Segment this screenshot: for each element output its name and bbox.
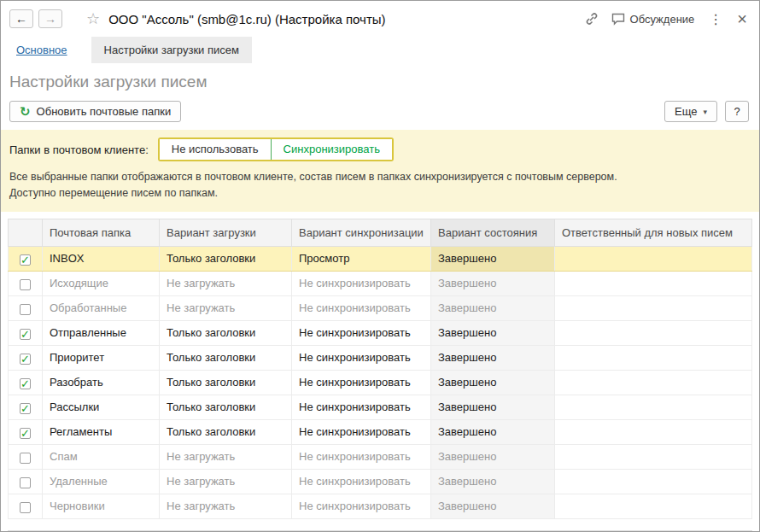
- cell-load[interactable]: Только заголовки: [160, 370, 292, 395]
- kebab-menu-icon[interactable]: ⋮: [707, 11, 724, 27]
- cell-responsible[interactable]: [555, 246, 752, 271]
- checkbox-checked-icon[interactable]: ✓: [20, 329, 31, 340]
- cell-state[interactable]: Завершено: [431, 395, 555, 419]
- header-load-variant[interactable]: Вариант загрузки: [160, 219, 292, 246]
- row-checkbox-cell: [9, 295, 43, 320]
- checkbox-unchecked-icon[interactable]: [20, 477, 31, 488]
- cell-folder[interactable]: Удаленные: [43, 469, 160, 494]
- table-row[interactable]: ✓ПриоритетТолько заголовкиНе синхронизир…: [9, 345, 752, 370]
- cell-state[interactable]: Завершено: [431, 370, 555, 395]
- cell-load[interactable]: Только заголовки: [160, 320, 292, 345]
- checkbox-unchecked-icon[interactable]: [20, 502, 31, 513]
- cell-folder[interactable]: Приоритет: [43, 345, 160, 370]
- cell-load[interactable]: Не загружать: [160, 469, 292, 494]
- cell-state[interactable]: Завершено: [431, 320, 555, 345]
- cell-state[interactable]: Завершено: [431, 295, 555, 320]
- header-state-variant[interactable]: Вариант состояния: [431, 219, 555, 246]
- tab-mail-load-settings[interactable]: Настройки загрузки писем: [91, 37, 252, 63]
- cell-state[interactable]: Завершено: [431, 246, 555, 271]
- cell-state[interactable]: Завершено: [431, 419, 555, 444]
- cell-state[interactable]: Завершено: [431, 444, 555, 469]
- cell-responsible[interactable]: [555, 370, 752, 395]
- header-responsible[interactable]: Ответственный для новых писем: [555, 219, 752, 246]
- checkbox-checked-icon[interactable]: ✓: [20, 403, 31, 414]
- cell-folder[interactable]: Обработанные: [43, 295, 160, 320]
- table-row[interactable]: ✓РассылкиТолько заголовкиНе синхронизиро…: [9, 395, 752, 419]
- cell-responsible[interactable]: [555, 494, 752, 518]
- checkbox-unchecked-icon[interactable]: [20, 453, 31, 464]
- close-icon[interactable]: ×: [737, 10, 747, 27]
- checkbox-unchecked-icon[interactable]: [20, 304, 31, 315]
- cell-sync[interactable]: Не синхронизировать: [292, 271, 431, 295]
- cell-folder[interactable]: Регламенты: [43, 419, 160, 444]
- cell-sync[interactable]: Просмотр: [292, 246, 431, 271]
- header-sync-variant[interactable]: Вариант синхронизации: [292, 219, 431, 246]
- cell-load[interactable]: Не загружать: [160, 444, 292, 469]
- cell-sync[interactable]: Не синхронизировать: [292, 444, 431, 469]
- tab-main[interactable]: Основное: [16, 37, 67, 63]
- cell-responsible[interactable]: [555, 395, 752, 419]
- cell-folder[interactable]: Исходящие: [43, 271, 160, 295]
- cell-state[interactable]: Завершено: [431, 345, 555, 370]
- cell-load[interactable]: Не загружать: [160, 271, 292, 295]
- cell-state[interactable]: Завершено: [431, 469, 555, 494]
- checkbox-unchecked-icon[interactable]: [20, 279, 31, 290]
- row-checkbox-cell: [9, 469, 43, 494]
- table-row[interactable]: УдаленныеНе загружатьНе синхронизировать…: [9, 469, 752, 494]
- cell-load[interactable]: Только заголовки: [160, 395, 292, 419]
- table-row[interactable]: ✓ОтправленныеТолько заголовкиНе синхрони…: [9, 320, 752, 345]
- cell-responsible[interactable]: [555, 295, 752, 320]
- discussion-button[interactable]: Обсуждение: [611, 13, 695, 26]
- table-row[interactable]: СпамНе загружатьНе синхронизироватьЗавер…: [9, 444, 752, 469]
- more-button[interactable]: Еще ▾: [664, 101, 717, 122]
- cell-responsible[interactable]: [555, 419, 752, 444]
- cell-sync[interactable]: Не синхронизировать: [292, 395, 431, 419]
- cell-responsible[interactable]: [555, 320, 752, 345]
- table-row[interactable]: ИсходящиеНе загружатьНе синхронизировать…: [9, 271, 752, 295]
- table-row[interactable]: ОбработанныеНе загружатьНе синхронизиров…: [9, 295, 752, 320]
- link-icon[interactable]: [585, 12, 599, 26]
- help-button[interactable]: ?: [725, 101, 749, 122]
- table-row[interactable]: ЧерновикиНе загружатьНе синхронизировать…: [9, 494, 752, 518]
- cell-responsible[interactable]: [555, 271, 752, 295]
- cell-sync[interactable]: Не синхронизировать: [292, 469, 431, 494]
- cell-load[interactable]: Только заголовки: [160, 246, 292, 271]
- cell-responsible[interactable]: [555, 444, 752, 469]
- cell-load[interactable]: Только заголовки: [160, 345, 292, 370]
- refresh-folders-button[interactable]: ↻ Обновить почтовые папки: [9, 101, 181, 122]
- cell-sync[interactable]: Не синхронизировать: [292, 295, 431, 320]
- cell-sync[interactable]: Не синхронизировать: [292, 419, 431, 444]
- table-row[interactable]: ✓РазобратьТолько заголовкиНе синхронизир…: [9, 370, 752, 395]
- cell-sync[interactable]: Не синхронизировать: [292, 494, 431, 518]
- cell-responsible[interactable]: [555, 469, 752, 494]
- cell-state[interactable]: Завершено: [431, 271, 555, 295]
- discussion-bubble-icon: [611, 13, 625, 26]
- forward-button[interactable]: →: [38, 9, 62, 28]
- header-mail-folder[interactable]: Почтовая папка: [43, 219, 160, 246]
- cell-folder[interactable]: Разобрать: [43, 370, 160, 395]
- cell-responsible[interactable]: [555, 345, 752, 370]
- table-row[interactable]: ✓INBOXТолько заголовкиПросмотрЗавершено: [9, 246, 752, 271]
- cell-load[interactable]: Не загружать: [160, 494, 292, 518]
- cell-folder[interactable]: Спам: [43, 444, 160, 469]
- checkbox-checked-icon[interactable]: ✓: [20, 354, 31, 365]
- table-row[interactable]: ✓РегламентыТолько заголовкиНе синхронизи…: [9, 419, 752, 444]
- back-button[interactable]: ←: [9, 9, 33, 28]
- cell-sync[interactable]: Не синхронизировать: [292, 320, 431, 345]
- checkbox-checked-icon[interactable]: ✓: [20, 254, 31, 266]
- header-checkbox-column: [9, 219, 43, 246]
- favorite-star-icon[interactable]: ☆: [86, 9, 100, 28]
- cell-sync[interactable]: Не синхронизировать: [292, 345, 431, 370]
- toggle-not-use-button[interactable]: Не использовать: [160, 139, 271, 160]
- checkbox-checked-icon[interactable]: ✓: [20, 428, 31, 439]
- cell-folder[interactable]: Черновики: [43, 494, 160, 518]
- cell-state[interactable]: Завершено: [431, 494, 555, 518]
- cell-folder[interactable]: Отправленные: [43, 320, 160, 345]
- cell-folder[interactable]: Рассылки: [43, 395, 160, 419]
- cell-folder[interactable]: INBOX: [43, 246, 160, 271]
- toggle-synchronize-button[interactable]: Синхронизировать: [271, 139, 392, 160]
- cell-sync[interactable]: Не синхронизировать: [292, 370, 431, 395]
- cell-load[interactable]: Не загружать: [160, 295, 292, 320]
- cell-load[interactable]: Только заголовки: [160, 419, 292, 444]
- checkbox-checked-icon[interactable]: ✓: [20, 378, 31, 389]
